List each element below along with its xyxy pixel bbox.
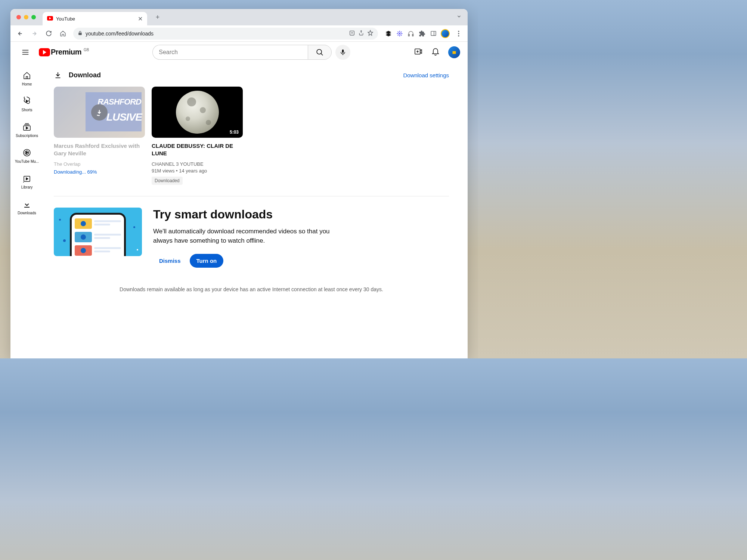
downloaded-badge: Downloaded — [152, 177, 183, 185]
url-text: youtube.com/feed/downloads — [86, 31, 154, 37]
divider — [54, 196, 449, 196]
search-button[interactable] — [308, 45, 332, 60]
sidebar-item-label: YouTube Mu... — [15, 159, 39, 164]
profile-avatar[interactable] — [441, 29, 450, 38]
extension-headphones-icon[interactable] — [407, 30, 415, 37]
sidebar-item-label: Shorts — [22, 108, 32, 112]
page-title: Download — [69, 71, 101, 79]
footer-note: Downloads remain available as long as yo… — [54, 286, 449, 292]
download-settings-link[interactable]: Download settings — [403, 72, 449, 78]
browser-toolbar: youtube.com/feed/downloads — [10, 25, 468, 42]
menu-icon[interactable] — [18, 45, 33, 60]
svg-point-7 — [458, 31, 459, 32]
sidebar-item-shorts[interactable]: Shorts — [10, 91, 43, 117]
voice-search-button[interactable] — [335, 45, 350, 60]
sidebar-item-library[interactable]: Library — [10, 169, 43, 195]
install-app-icon[interactable] — [349, 30, 355, 37]
browser-tab[interactable]: YouTube ✕ — [43, 12, 147, 25]
reload-button[interactable] — [43, 28, 55, 40]
promo-title: Try smart downloads — [153, 208, 347, 221]
shorts-icon — [22, 97, 31, 106]
svg-rect-26 — [24, 207, 30, 208]
sidebar-item-subscriptions[interactable]: Subscriptions — [10, 117, 43, 143]
subscriptions-icon — [22, 122, 31, 131]
play-icon — [39, 48, 50, 56]
tabs-dropdown-icon[interactable] — [456, 14, 462, 21]
extension-buffer-icon[interactable] — [385, 30, 392, 37]
svg-rect-4 — [412, 34, 413, 36]
moon-image — [176, 91, 219, 134]
logo-region: GB — [84, 48, 89, 52]
notifications-button[interactable] — [431, 47, 440, 57]
browser-menu-icon[interactable] — [453, 31, 464, 37]
video-meta: 91M views • 14 years ago — [152, 168, 243, 174]
extensions-menu-icon[interactable] — [418, 30, 426, 37]
lock-icon — [78, 31, 83, 37]
svg-point-2 — [399, 32, 401, 34]
youtube-favicon-icon — [47, 16, 53, 22]
download-icon — [54, 71, 62, 79]
promo-illustration — [54, 208, 142, 256]
svg-line-14 — [321, 53, 323, 55]
sidebar: Home Shorts Subscriptions YouTube Mu... … — [10, 63, 43, 358]
user-avatar[interactable] — [448, 46, 460, 58]
sidebar-item-label: Downloads — [18, 211, 36, 215]
new-tab-button[interactable]: + — [152, 12, 163, 22]
svg-point-8 — [458, 33, 459, 34]
create-button[interactable] — [414, 47, 423, 57]
home-icon — [22, 71, 31, 80]
forward-button[interactable] — [28, 28, 40, 40]
tab-title: YouTube — [56, 16, 75, 22]
search-input[interactable] — [152, 45, 308, 60]
close-window[interactable] — [16, 15, 21, 19]
video-card[interactable]: LUSIVE Marcus Rashford Exclusive with Ga… — [54, 87, 145, 185]
svg-point-9 — [458, 35, 459, 36]
sidebar-item-label: Library — [21, 185, 33, 189]
library-icon — [22, 174, 31, 183]
svg-point-13 — [317, 49, 322, 54]
logo-text: Premium — [51, 48, 81, 56]
sidebar-item-label: Home — [22, 82, 32, 86]
maximize-window[interactable] — [31, 15, 36, 19]
youtube-header: Premium GB — [10, 42, 468, 63]
video-channel: CHANNEL 3 YOUTUBE — [152, 161, 243, 167]
home-button[interactable] — [57, 28, 69, 40]
video-card[interactable]: 5:03 CLAUDE DEBUSSY: CLAIR DE LUNE CHANN… — [152, 87, 243, 185]
back-button[interactable] — [14, 28, 26, 40]
address-bar[interactable]: youtube.com/feed/downloads — [73, 28, 378, 40]
bookmark-icon[interactable] — [367, 30, 374, 37]
video-channel: The Overlap — [54, 161, 145, 167]
download-icon — [22, 200, 31, 209]
downloads-list: LUSIVE Marcus Rashford Exclusive with Ga… — [54, 87, 449, 185]
video-title: Marcus Rashford Exclusive with Gary Nevi… — [54, 142, 145, 158]
omnibox-actions — [349, 30, 374, 37]
extensions-area — [385, 29, 464, 38]
turn-on-button[interactable]: Turn on — [190, 254, 224, 268]
video-title: CLAUDE DEBUSSY: CLAIR DE LUNE — [152, 142, 243, 158]
sidebar-item-youtube-music[interactable]: YouTube Mu... — [10, 143, 43, 169]
share-icon[interactable] — [358, 30, 364, 37]
video-duration: 5:03 — [228, 129, 241, 136]
video-thumbnail: 5:03 — [152, 87, 243, 138]
svg-rect-18 — [453, 51, 456, 54]
smart-downloads-promo: Try smart downloads We'll automatically … — [54, 208, 449, 268]
window-controls — [16, 15, 36, 19]
sidebar-item-home[interactable]: Home — [10, 66, 43, 91]
sidebar-item-label: Subscriptions — [16, 134, 38, 138]
side-panel-icon[interactable] — [430, 30, 437, 37]
dismiss-button[interactable]: Dismiss — [153, 254, 187, 268]
youtube-logo[interactable]: Premium GB — [39, 48, 89, 56]
tab-close-icon[interactable]: ✕ — [138, 15, 143, 22]
video-status: Downloading... 69% — [54, 169, 145, 175]
svg-rect-3 — [408, 34, 409, 36]
search-box — [152, 45, 332, 60]
browser-window: YouTube ✕ + youtube.com/feed/downloads — [10, 9, 468, 358]
sidebar-item-downloads[interactable]: Downloads — [10, 195, 43, 220]
video-thumbnail: LUSIVE — [54, 87, 145, 138]
main-content: Download Download settings LUSIVE Marcus… — [43, 63, 468, 358]
music-icon — [22, 148, 31, 157]
minimize-window[interactable] — [24, 15, 28, 19]
svg-rect-5 — [431, 31, 436, 35]
promo-body-text: We'll automatically download recommended… — [153, 227, 347, 246]
extension-loom-icon[interactable] — [396, 30, 403, 37]
